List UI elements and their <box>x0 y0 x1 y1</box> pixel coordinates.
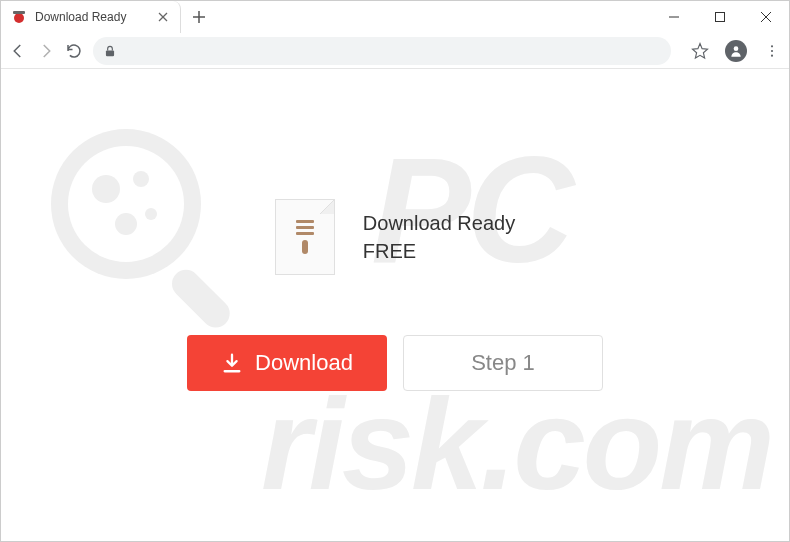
address-bar[interactable] <box>93 37 671 65</box>
maximize-button[interactable] <box>697 1 743 33</box>
account-icon[interactable] <box>725 40 747 62</box>
window-titlebar: Download Ready <box>1 1 789 33</box>
tab-title: Download Ready <box>35 10 148 24</box>
step-button-label: Step 1 <box>471 350 535 376</box>
file-title: Download Ready FREE <box>363 209 515 265</box>
tab-favicon <box>11 9 27 25</box>
svg-point-11 <box>734 46 739 51</box>
download-button-label: Download <box>255 350 353 376</box>
page-content: PC risk.com Download Ready FREE Download <box>1 69 789 541</box>
svg-rect-7 <box>716 13 725 22</box>
svg-point-14 <box>771 54 773 56</box>
browser-tab[interactable]: Download Ready <box>1 1 181 33</box>
bookmark-star-icon[interactable] <box>691 42 709 60</box>
file-card: Download Ready FREE <box>275 199 515 275</box>
svg-point-0 <box>14 13 24 23</box>
close-tab-icon[interactable] <box>156 10 170 24</box>
forward-button[interactable] <box>37 42 55 60</box>
window-controls <box>651 1 789 33</box>
svg-point-13 <box>771 49 773 51</box>
svg-point-18 <box>133 171 149 187</box>
reload-button[interactable] <box>65 42 83 60</box>
svg-point-12 <box>771 45 773 47</box>
main-content: Download Ready FREE Download Step 1 <box>1 199 789 391</box>
new-tab-button[interactable] <box>185 3 213 31</box>
download-button[interactable]: Download <box>187 335 387 391</box>
toolbar-right-icons <box>691 40 781 62</box>
close-window-button[interactable] <box>743 1 789 33</box>
file-title-line2: FREE <box>363 237 515 265</box>
svg-rect-10 <box>106 50 114 56</box>
lock-icon <box>103 44 117 58</box>
button-row: Download Step 1 <box>187 335 603 391</box>
back-button[interactable] <box>9 42 27 60</box>
step-button[interactable]: Step 1 <box>403 335 603 391</box>
file-title-line1: Download Ready <box>363 209 515 237</box>
watermark-risk-text: risk.com <box>261 369 772 519</box>
zip-file-icon <box>275 199 335 275</box>
minimize-button[interactable] <box>651 1 697 33</box>
menu-dots-icon[interactable] <box>763 42 781 60</box>
download-icon <box>221 352 243 374</box>
browser-toolbar <box>1 33 789 69</box>
svg-rect-1 <box>13 11 25 14</box>
